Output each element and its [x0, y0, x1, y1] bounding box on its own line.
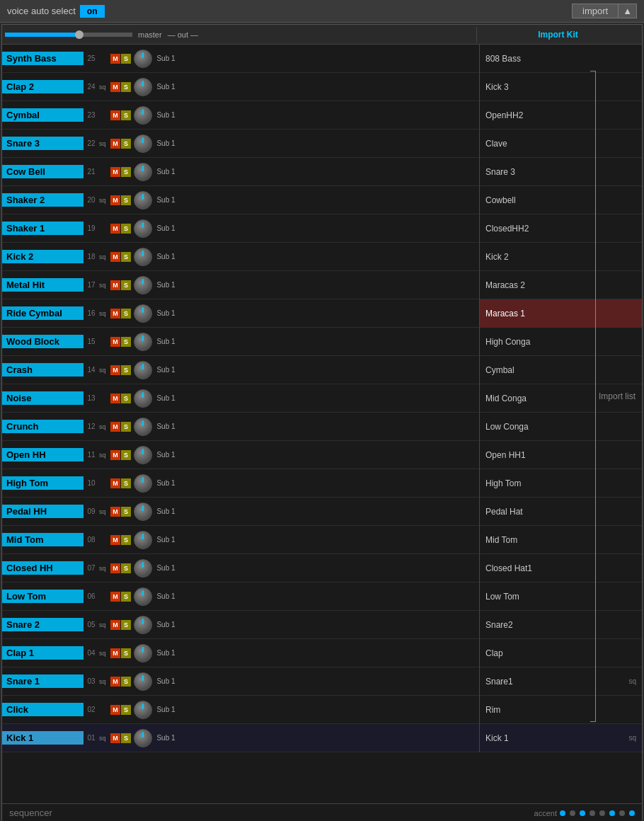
- s-button-22[interactable]: S: [121, 677, 131, 687]
- channel-label-21[interactable]: Clap 1: [2, 646, 84, 660]
- import-button[interactable]: import: [572, 4, 619, 18]
- channel-label-17[interactable]: Mid Tom: [2, 533, 84, 546]
- channel-label-15[interactable]: High Tom: [2, 476, 84, 490]
- channel-knob-15[interactable]: [134, 474, 152, 493]
- channel-label-18[interactable]: Closed HH: [2, 561, 84, 575]
- s-button-10[interactable]: S: [121, 337, 131, 347]
- m-button-14[interactable]: M: [110, 450, 120, 460]
- channel-label-12[interactable]: Noise: [2, 391, 84, 405]
- s-button-15[interactable]: S: [121, 478, 131, 488]
- import-cell-24[interactable]: Kick 1 sq: [479, 724, 642, 752]
- m-button-10[interactable]: M: [110, 337, 120, 347]
- s-button-14[interactable]: S: [121, 450, 131, 460]
- m-button-18[interactable]: M: [110, 563, 120, 573]
- s-button-8[interactable]: S: [121, 280, 131, 290]
- channel-label-7[interactable]: Kick 2: [2, 250, 84, 263]
- channel-knob-24[interactable]: [134, 729, 152, 747]
- s-button-4[interactable]: S: [121, 167, 131, 177]
- m-button-11[interactable]: M: [110, 365, 120, 375]
- s-button-19[interactable]: S: [121, 592, 131, 602]
- m-button-12[interactable]: M: [110, 394, 120, 403]
- channel-label-24[interactable]: Kick 1: [2, 731, 84, 745]
- s-button-13[interactable]: S: [121, 422, 131, 432]
- channel-knob-1[interactable]: [134, 78, 152, 96]
- import-arrow-button[interactable]: ▲: [619, 4, 637, 18]
- s-button-16[interactable]: S: [121, 507, 131, 517]
- m-button-13[interactable]: M: [110, 422, 120, 432]
- m-button-1[interactable]: M: [110, 82, 120, 92]
- channel-knob-3[interactable]: [134, 134, 152, 153]
- s-button-21[interactable]: S: [121, 648, 131, 658]
- channel-label-6[interactable]: Shaker 1: [2, 222, 84, 235]
- channel-knob-7[interactable]: [134, 248, 152, 266]
- m-button-21[interactable]: M: [110, 648, 120, 658]
- s-button-6[interactable]: S: [121, 224, 131, 234]
- channel-label-9[interactable]: Ride Cymbal: [2, 306, 84, 320]
- accent-dot-1[interactable]: [560, 810, 565, 816]
- channel-label-0[interactable]: Synth Bass: [2, 52, 84, 65]
- channel-knob-8[interactable]: [134, 276, 152, 294]
- channel-label-4[interactable]: Cow Bell: [2, 165, 84, 178]
- m-button-9[interactable]: M: [110, 309, 120, 318]
- m-button-6[interactable]: M: [110, 224, 120, 234]
- voice-auto-select-on-button[interactable]: on: [80, 5, 105, 18]
- m-button-17[interactable]: M: [110, 535, 120, 545]
- m-button-5[interactable]: M: [110, 195, 120, 205]
- m-button-16[interactable]: M: [110, 507, 120, 517]
- import-cell-0[interactable]: 808 Bass: [479, 45, 642, 73]
- channel-label-2[interactable]: Cymbal: [2, 108, 84, 122]
- channel-knob-13[interactable]: [134, 418, 152, 436]
- channel-label-19[interactable]: Low Tom: [2, 590, 84, 603]
- s-button-2[interactable]: S: [121, 110, 131, 120]
- s-button-7[interactable]: S: [121, 252, 131, 262]
- channel-knob-22[interactable]: [134, 672, 152, 691]
- channel-label-13[interactable]: Crunch: [2, 420, 84, 433]
- s-button-0[interactable]: S: [121, 54, 131, 64]
- accent-dot-6[interactable]: [609, 810, 615, 816]
- channel-knob-2[interactable]: [134, 106, 152, 125]
- channel-knob-20[interactable]: [134, 616, 152, 634]
- m-button-20[interactable]: M: [110, 620, 120, 630]
- channel-knob-4[interactable]: [134, 163, 152, 181]
- s-button-9[interactable]: S: [121, 309, 131, 318]
- m-button-4[interactable]: M: [110, 167, 120, 177]
- m-button-23[interactable]: M: [110, 705, 120, 715]
- channel-label-11[interactable]: Crash: [2, 363, 84, 377]
- channel-knob-19[interactable]: [134, 587, 152, 606]
- m-button-7[interactable]: M: [110, 252, 120, 262]
- s-button-12[interactable]: S: [121, 394, 131, 403]
- s-button-17[interactable]: S: [121, 535, 131, 545]
- channel-label-14[interactable]: Open HH: [2, 448, 84, 461]
- m-button-15[interactable]: M: [110, 478, 120, 488]
- channel-label-22[interactable]: Snare 1: [2, 674, 84, 688]
- channel-knob-21[interactable]: [134, 644, 152, 662]
- channel-knob-5[interactable]: [134, 191, 152, 209]
- channel-knob-0[interactable]: [134, 50, 152, 68]
- m-button-22[interactable]: M: [110, 677, 120, 687]
- channel-knob-11[interactable]: [134, 361, 152, 379]
- m-button-0[interactable]: M: [110, 54, 120, 64]
- accent-dot-8[interactable]: [629, 810, 635, 816]
- accent-dot-4[interactable]: [590, 810, 595, 816]
- accent-dot-2[interactable]: [570, 810, 575, 816]
- channel-label-20[interactable]: Snare 2: [2, 618, 84, 631]
- s-button-1[interactable]: S: [121, 82, 131, 92]
- s-button-24[interactable]: S: [121, 733, 131, 743]
- s-button-11[interactable]: S: [121, 365, 131, 375]
- m-button-2[interactable]: M: [110, 110, 120, 120]
- channel-label-23[interactable]: Click: [2, 703, 84, 716]
- s-button-3[interactable]: S: [121, 139, 131, 149]
- channel-knob-17[interactable]: [134, 531, 152, 549]
- channel-label-8[interactable]: Metal Hit: [2, 278, 84, 292]
- channel-label-3[interactable]: Snare 3: [2, 137, 84, 150]
- master-slider-area[interactable]: master — out —: [5, 30, 476, 39]
- channel-knob-18[interactable]: [134, 559, 152, 578]
- s-button-18[interactable]: S: [121, 563, 131, 573]
- channel-knob-23[interactable]: [134, 701, 152, 719]
- accent-dot-5[interactable]: [599, 810, 605, 816]
- channel-label-16[interactable]: Pedal HH: [2, 505, 84, 518]
- accent-dot-3[interactable]: [580, 810, 585, 816]
- s-button-23[interactable]: S: [121, 705, 131, 715]
- channel-knob-14[interactable]: [134, 446, 152, 464]
- s-button-5[interactable]: S: [121, 195, 131, 205]
